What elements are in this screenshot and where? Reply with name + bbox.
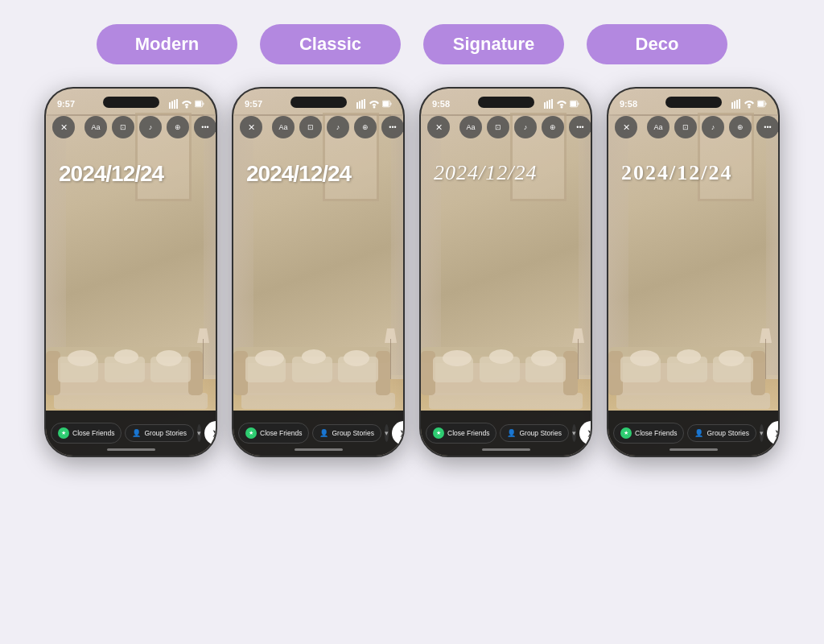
status-icons-classic (356, 99, 392, 109)
font-btn-deco[interactable]: Aa (647, 116, 670, 138)
chevron-down-icon-3[interactable]: ▾ (572, 424, 576, 442)
svg-point-32 (373, 106, 376, 109)
svg-point-63 (719, 350, 744, 366)
svg-point-27 (344, 350, 369, 366)
label-modern[interactable]: Modern (97, 24, 237, 64)
svg-point-25 (255, 350, 284, 366)
collab-btn[interactable]: ⊕ (167, 116, 189, 138)
collab-btn-sig[interactable]: ⊕ (542, 116, 564, 138)
sticker-btn-deco[interactable]: ⊡ (674, 116, 697, 138)
sticker-btn-sig[interactable]: ⊡ (487, 116, 509, 138)
toolbar-deco: ✕ Aa ⊡ ♪ ⊕ ••• (615, 116, 772, 138)
svg-rect-52 (571, 101, 577, 106)
font-btn-classic[interactable]: Aa (272, 116, 295, 138)
send-button-3[interactable]: ➤ (579, 421, 592, 445)
phone-screen-signature: 9:58 ✕ Aa ⊡ ♪ ⊕ ••• 2024/12/24 ★ (419, 87, 592, 457)
status-time-modern: 9:57 (57, 99, 75, 109)
svg-rect-65 (734, 101, 735, 109)
person-icon-2: 👤 (319, 429, 328, 437)
phone-deco: 9:58 ✕ Aa ⊡ ♪ ⊕ ••• 2024/12/24 ★ (607, 87, 780, 457)
font-btn[interactable]: Aa (84, 116, 107, 138)
chevron-down-icon-4[interactable]: ▾ (760, 424, 764, 442)
group-stories-pill-4[interactable]: 👤 Group Stories (687, 424, 756, 442)
close-friends-pill[interactable]: ★ Close Friends (51, 423, 122, 444)
send-button[interactable]: ➤ (204, 421, 217, 445)
music-btn-sig[interactable]: ♪ (514, 116, 537, 138)
music-btn[interactable]: ♪ (139, 116, 162, 138)
svg-rect-47 (546, 101, 548, 109)
svg-rect-13 (176, 99, 178, 109)
label-signature[interactable]: Signature (423, 24, 564, 64)
sofa-svg-3 (419, 307, 586, 411)
svg-rect-16 (196, 101, 202, 106)
green-dot-icon: ★ (58, 427, 69, 439)
svg-point-14 (186, 106, 188, 109)
toolbar-classic: ✕ Aa ⊡ ♪ ⊕ ••• (240, 116, 397, 138)
close-friends-pill-2[interactable]: ★ Close Friends (238, 423, 309, 444)
svg-point-61 (630, 350, 659, 366)
more-btn[interactable]: ••• (194, 116, 216, 138)
group-stories-label-4: Group Stories (707, 429, 748, 437)
sofa-svg (44, 307, 211, 411)
more-btn-sig[interactable]: ••• (569, 116, 591, 138)
more-btn-deco[interactable]: ••• (756, 116, 779, 138)
svg-point-43 (443, 350, 472, 366)
collab-btn-classic[interactable]: ⊕ (354, 116, 377, 138)
person-icon-4: 👤 (694, 429, 703, 437)
svg-rect-49 (551, 99, 553, 109)
close-friends-pill-3[interactable]: ★ Close Friends (426, 423, 496, 444)
collab-btn-deco[interactable]: ⊕ (729, 116, 752, 138)
svg-rect-30 (361, 100, 363, 109)
date-deco: 2024/12/24 (621, 161, 765, 185)
svg-rect-70 (758, 101, 764, 106)
sticker-btn-classic[interactable]: ⊡ (299, 116, 322, 138)
status-time-deco: 9:58 (620, 99, 637, 109)
status-time-classic: 9:57 (245, 99, 262, 109)
svg-point-45 (531, 350, 557, 366)
group-stories-pill-2[interactable]: 👤 Group Stories (312, 424, 381, 442)
send-button-4[interactable]: ➤ (767, 421, 780, 445)
toolbar-modern: ✕ Aa ⊡ ♪ ⊕ ••• (52, 116, 209, 138)
status-icons-modern (169, 99, 204, 109)
svg-rect-64 (731, 102, 733, 109)
group-stories-pill[interactable]: 👤 Group Stories (125, 424, 193, 442)
svg-rect-11 (171, 101, 173, 109)
music-btn-deco[interactable]: ♪ (702, 116, 724, 138)
svg-point-44 (489, 349, 513, 364)
chevron-down-icon[interactable]: ▾ (197, 424, 201, 442)
svg-point-9 (156, 350, 182, 366)
send-button-2[interactable]: ➤ (392, 421, 405, 445)
close-btn-signature[interactable]: ✕ (427, 116, 450, 138)
chevron-down-icon-2[interactable]: ▾ (385, 424, 389, 442)
group-stories-pill-3[interactable]: 👤 Group Stories (500, 424, 568, 442)
toolbar-signature: ✕ Aa ⊡ ♪ ⊕ ••• (427, 116, 584, 138)
svg-rect-48 (549, 100, 550, 109)
font-btn-sig[interactable]: Aa (459, 116, 482, 138)
green-dot-icon-2: ★ (245, 427, 257, 439)
label-deco[interactable]: Deco (587, 24, 727, 64)
svg-point-26 (302, 349, 326, 364)
phone-classic: 9:57 ✕ Aa ⊡ ♪ ⊕ ••• 2024/12/24 ★ (232, 87, 405, 457)
label-classic[interactable]: Classic (260, 24, 401, 64)
svg-rect-66 (736, 100, 738, 109)
phones-row: 9:57 ✕ Aa ⊡ ♪ ⊕ ••• 2024/12/24 (44, 87, 780, 457)
svg-point-62 (677, 349, 701, 364)
close-friends-label: Close Friends (72, 429, 114, 437)
green-dot-icon-4: ★ (620, 427, 632, 439)
close-btn-deco[interactable]: ✕ (615, 116, 637, 138)
svg-rect-17 (203, 103, 204, 105)
sticker-btn[interactable]: ⊡ (112, 116, 134, 138)
close-friends-pill-4[interactable]: ★ Close Friends (613, 423, 684, 444)
phone-screen-modern: 9:57 ✕ Aa ⊡ ♪ ⊕ ••• 2024/12/24 (44, 87, 217, 457)
svg-rect-28 (356, 102, 358, 109)
status-icons-deco (731, 99, 767, 109)
svg-rect-34 (383, 101, 389, 106)
svg-point-50 (561, 106, 563, 109)
status-time-signature: 9:58 (432, 99, 450, 109)
svg-rect-10 (169, 102, 171, 109)
notch-deco (665, 97, 722, 108)
close-btn-classic[interactable]: ✕ (240, 116, 262, 138)
close-btn-modern[interactable]: ✕ (52, 116, 75, 138)
more-btn-classic[interactable]: ••• (381, 116, 404, 138)
music-btn-classic[interactable]: ♪ (327, 116, 349, 138)
